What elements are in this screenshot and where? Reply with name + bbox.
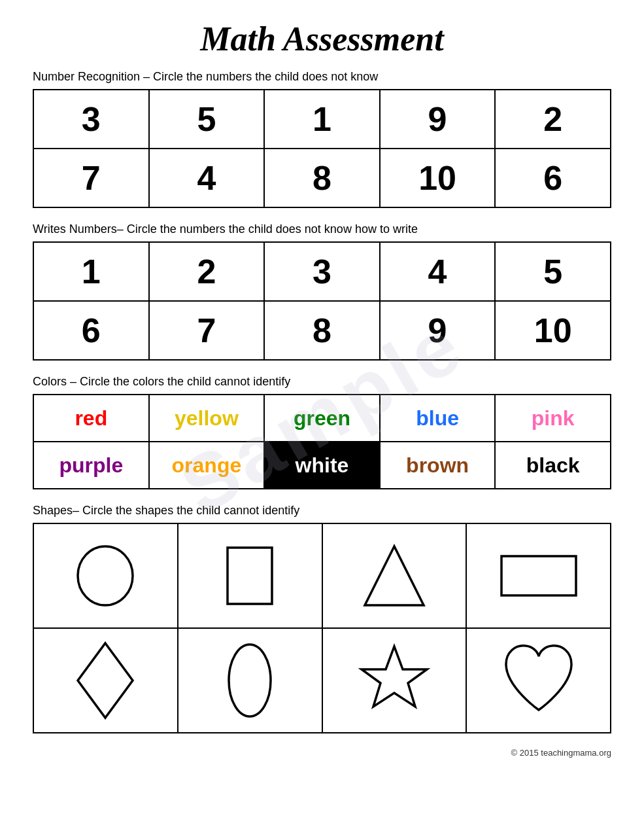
shape-heart xyxy=(466,628,611,733)
rectangle-icon xyxy=(496,546,581,605)
table-row: 5 xyxy=(149,90,265,149)
shape-star xyxy=(322,628,467,733)
star-icon xyxy=(355,641,433,720)
table-row: 10 xyxy=(495,301,611,360)
writes-numbers-section: Writes Numbers– Circle the numbers the c… xyxy=(33,222,611,361)
footer-text: © 2015 teachingmama.org xyxy=(33,748,611,758)
colors-label: Colors – Circle the colors the child can… xyxy=(33,375,611,389)
color-black: black xyxy=(495,442,611,489)
table-row: 5 xyxy=(495,242,611,301)
svg-marker-6 xyxy=(362,646,427,707)
colors-table: red yellow green blue pink purple orange… xyxy=(33,394,611,489)
table-row: 2 xyxy=(149,242,265,301)
page-title: Math Assessment xyxy=(33,20,611,58)
shapes-section: Shapes– Circle the shapes the child cann… xyxy=(33,504,611,733)
writes-numbers-label: Writes Numbers– Circle the numbers the c… xyxy=(33,222,611,236)
number-recognition-section: Number Recognition – Circle the numbers … xyxy=(33,70,611,208)
square-icon xyxy=(217,540,282,612)
color-pink: pink xyxy=(495,395,611,442)
shape-rectangle xyxy=(466,523,611,628)
color-blue: blue xyxy=(380,395,496,442)
shapes-table xyxy=(33,523,611,733)
table-row: 7 xyxy=(149,301,265,360)
table-row: 2 xyxy=(495,90,611,149)
color-white: white xyxy=(264,442,380,489)
table-row: 4 xyxy=(380,242,496,301)
table-row: 3 xyxy=(264,242,380,301)
table-row: 10 xyxy=(380,149,496,207)
color-purple: purple xyxy=(33,442,149,489)
heart-icon xyxy=(500,638,578,723)
table-row: 6 xyxy=(495,149,611,207)
shape-square xyxy=(178,523,322,628)
svg-point-5 xyxy=(229,644,271,716)
svg-rect-3 xyxy=(501,556,576,595)
table-row: 9 xyxy=(380,90,496,149)
color-green: green xyxy=(264,395,380,442)
svg-point-0 xyxy=(78,546,133,605)
table-row: 1 xyxy=(264,90,380,149)
shape-triangle xyxy=(322,523,467,628)
color-brown: brown xyxy=(380,442,496,489)
table-row: 3 xyxy=(33,90,149,149)
circle-icon xyxy=(73,540,138,612)
writes-numbers-table: 1 2 3 4 5 6 7 8 9 10 xyxy=(33,241,611,361)
number-recognition-table: 3 5 1 9 2 7 4 8 10 6 xyxy=(33,89,611,208)
table-row: 9 xyxy=(380,301,496,360)
diamond-icon xyxy=(73,638,138,723)
svg-rect-1 xyxy=(228,548,272,604)
svg-marker-2 xyxy=(365,546,424,605)
triangle-icon xyxy=(358,540,430,612)
table-row: 1 xyxy=(33,242,149,301)
table-row: 4 xyxy=(149,149,265,207)
svg-marker-4 xyxy=(78,643,133,718)
table-row: 7 xyxy=(33,149,149,207)
shapes-label: Shapes– Circle the shapes the child cann… xyxy=(33,504,611,518)
table-row: 8 xyxy=(264,149,380,207)
table-row: 8 xyxy=(264,301,380,360)
oval-icon xyxy=(224,638,276,723)
table-row: 6 xyxy=(33,301,149,360)
color-yellow: yellow xyxy=(149,395,265,442)
shape-oval xyxy=(178,628,322,733)
color-orange: orange xyxy=(149,442,265,489)
color-red: red xyxy=(33,395,149,442)
number-recognition-label: Number Recognition – Circle the numbers … xyxy=(33,70,611,84)
shape-diamond xyxy=(33,628,178,733)
colors-section: Colors – Circle the colors the child can… xyxy=(33,375,611,489)
shape-circle xyxy=(33,523,178,628)
